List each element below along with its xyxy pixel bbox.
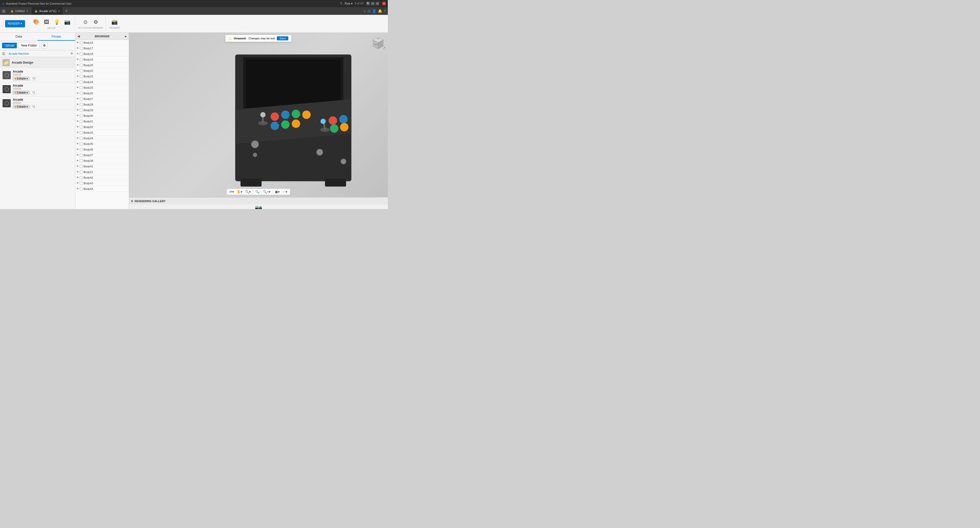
list-item[interactable]: ⬡ Arcade 2/20/24 Editable ▾ V1 (0, 82, 75, 96)
browser-row[interactable]: 👁 Body37 (75, 152, 129, 158)
in-canvas-render-button[interactable]: ⊙ (81, 18, 90, 26)
visibility-icon[interactable]: 👁 (76, 159, 79, 162)
pan-tool-button[interactable]: ✋▾ (235, 189, 243, 194)
browser-row[interactable]: 👁 Body43 (75, 180, 129, 186)
breadcrumb-item[interactable]: Arcade Machine (9, 52, 29, 55)
visibility-icon[interactable]: 👁 (76, 103, 79, 106)
visibility-icon[interactable]: 👁 (76, 41, 79, 44)
select-checkbox[interactable] (80, 176, 83, 179)
browser-row[interactable]: 👁 Body20 (75, 62, 129, 68)
visibility-icon[interactable]: 👁 (76, 137, 79, 140)
select-checkbox[interactable] (80, 64, 83, 67)
visibility-icon[interactable]: 👁 (76, 142, 79, 145)
camera-button[interactable]: 📷 (63, 18, 72, 26)
browser-row[interactable]: 👁 Body32 (75, 124, 129, 130)
zoom-tool-button[interactable]: 🔍▾ (244, 189, 252, 194)
select-checkbox[interactable] (80, 148, 83, 151)
notification-icon[interactable]: 🔔 (378, 9, 382, 13)
render-output-button[interactable]: 📸 (110, 18, 119, 26)
browser-row[interactable]: 👁 Body33 (75, 130, 129, 136)
help-icon[interactable]: ? (384, 9, 386, 13)
tab-data[interactable]: Data (0, 33, 38, 41)
editable-tag[interactable]: Editable ▾ (13, 91, 30, 94)
render-dropdown-button[interactable]: RENDER ▾ (5, 20, 25, 27)
browser-row[interactable]: 👁 Body16 (75, 40, 129, 45)
browser-row[interactable]: 👁 Body24 (75, 79, 129, 85)
visibility-icon[interactable]: 👁 (76, 92, 79, 94)
in-canvas-settings-button[interactable]: ⚙ (91, 18, 100, 26)
back-icon[interactable]: ↩ (371, 2, 374, 5)
visibility-icon[interactable]: 👁 (76, 64, 79, 67)
visibility-icon[interactable]: 👁 (76, 176, 79, 179)
home-icon[interactable]: ⌂ (364, 9, 366, 13)
visibility-icon[interactable]: 👁 (76, 171, 79, 173)
home-breadcrumb-icon[interactable]: 🏠 (2, 52, 6, 55)
tab-people[interactable]: People (38, 33, 75, 41)
browser-row[interactable]: 👁 Body31 (75, 119, 129, 124)
browser-row[interactable]: 👁 Body30 (75, 113, 129, 119)
browser-row[interactable]: 👁 Body17 (75, 45, 129, 51)
select-checkbox[interactable] (80, 103, 83, 106)
visibility-icon[interactable]: 👁 (76, 153, 79, 156)
breadcrumb-settings-icon[interactable]: ⚙ (70, 52, 73, 55)
tab-untitled[interactable]: 🔒 Untitled ✕ (7, 7, 32, 15)
save-button[interactable]: Save (277, 36, 288, 40)
settings-button[interactable]: ⚙ (41, 42, 48, 49)
select-checkbox[interactable] (80, 171, 83, 174)
browser-row[interactable]: 👁 Body35 (75, 141, 129, 147)
select-checkbox[interactable] (80, 165, 83, 168)
select-checkbox[interactable] (80, 114, 83, 117)
select-checkbox[interactable] (80, 137, 83, 140)
visibility-icon[interactable]: 👁 (76, 131, 79, 134)
select-checkbox[interactable] (80, 86, 83, 89)
browser-row[interactable]: 👁 Body23 (75, 73, 129, 79)
select-checkbox[interactable] (80, 142, 83, 145)
visibility-icon[interactable]: 👁 (76, 120, 79, 123)
zoom-in-button[interactable]: 🔍+▾ (262, 189, 272, 194)
select-checkbox[interactable] (80, 159, 83, 162)
zoom-out-button[interactable]: 🔍- (254, 189, 261, 194)
visibility-icon[interactable]: 👁 (76, 108, 79, 112)
browser-row[interactable]: 👁 Body36 (75, 147, 129, 152)
visibility-icon[interactable]: 👁 (76, 86, 79, 89)
visibility-icon[interactable]: 👁 (76, 126, 79, 128)
list-item[interactable]: ⬡ Arcade 2/20/24 Editable ▾ V1 (0, 96, 75, 110)
select-checkbox[interactable] (80, 92, 83, 95)
list-item[interactable]: ⬡ Arcade 2/20/24 Editable ▾ V3 (0, 68, 75, 82)
browser-collapse-arrow[interactable]: ◀ (77, 35, 80, 38)
new-tab-button[interactable]: + (64, 9, 70, 13)
upload-button[interactable]: Upload (2, 43, 17, 48)
visibility-icon[interactable]: 👁 (76, 75, 79, 78)
select-checkbox[interactable] (80, 69, 83, 72)
visibility-icon[interactable]: 👁 (76, 114, 79, 117)
select-checkbox[interactable] (80, 120, 83, 123)
browser-row[interactable]: 👁 Body22 (75, 68, 129, 73)
tab-untitled-close-icon[interactable]: ✕ (26, 10, 28, 13)
visibility-icon[interactable]: 👁 (76, 58, 79, 61)
network-icon[interactable]: ◎ (368, 9, 371, 13)
forward-icon[interactable]: ↪ (375, 2, 379, 5)
editable-tag[interactable]: Editable ▾ (13, 105, 30, 108)
visibility-icon[interactable]: 👁 (76, 187, 79, 190)
lights-button[interactable]: 💡 (52, 18, 62, 26)
browser-row[interactable]: 👁 Body21 (75, 169, 129, 175)
visibility-icon[interactable]: 👁 (76, 69, 79, 72)
display-mode-button[interactable]: ▣▾ (274, 189, 281, 194)
nav-menu-icon[interactable]: ⠿ (340, 2, 343, 6)
orbit-tool-button[interactable]: ⟳▾ (228, 189, 235, 194)
tab-grid-icon[interactable]: ⊞ (0, 9, 7, 14)
select-checkbox[interactable] (80, 108, 83, 112)
viewport[interactable]: ⚠ Unsaved: Changes may be lost Save BACK (129, 33, 388, 197)
browser-row[interactable]: 👁 Body18 (75, 51, 129, 57)
browser-row[interactable]: 👁 Body41 (75, 164, 129, 169)
viewport-settings-button[interactable]: ⋯▾ (281, 189, 288, 194)
editable-tag[interactable]: Editable ▾ (13, 77, 30, 80)
browser-row[interactable]: 👁 Body28 (75, 102, 129, 107)
select-checkbox[interactable] (80, 53, 83, 56)
select-checkbox[interactable] (80, 182, 83, 185)
select-checkbox[interactable] (80, 47, 83, 50)
profile-icon[interactable]: 👤 (372, 9, 376, 13)
browser-row[interactable]: 👁 Body26 (75, 91, 129, 96)
visibility-icon[interactable]: 👁 (76, 148, 79, 151)
browser-row[interactable]: 👁 Body25 (75, 85, 129, 91)
